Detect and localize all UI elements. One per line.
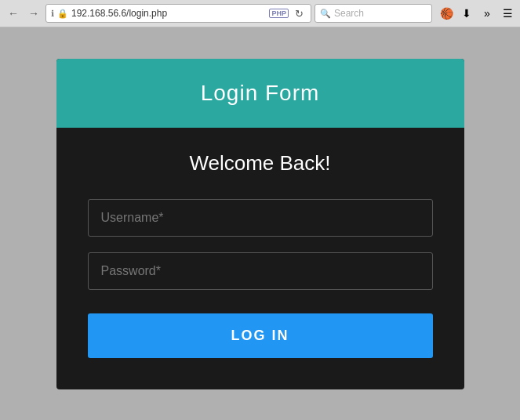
refresh-button[interactable]: ↻ — [292, 6, 306, 20]
username-group — [88, 199, 433, 237]
welcome-text: Welcome Back! — [88, 151, 433, 176]
password-input[interactable] — [88, 252, 433, 290]
address-bar[interactable]: ℹ 🔒 192.168.56.6/login.php PHP ↻ — [45, 4, 311, 23]
info-icon: ℹ — [51, 9, 54, 19]
search-bar[interactable]: 🔍 Search — [315, 4, 432, 23]
basketball-icon[interactable]: 🏀 — [438, 5, 454, 21]
browser-icons: 🏀 ⬇ » ☰ — [438, 5, 515, 21]
login-card: Login Form Welcome Back! LOG IN — [56, 59, 464, 389]
download-icon[interactable]: ⬇ — [459, 5, 475, 21]
address-text: 192.168.56.6/login.php — [71, 8, 266, 19]
login-header: Login Form — [56, 59, 464, 128]
login-body: Welcome Back! LOG IN — [56, 128, 464, 389]
username-input[interactable] — [88, 199, 433, 237]
back-button[interactable]: ← — [5, 5, 22, 22]
page-content: Login Form Welcome Back! LOG IN — [0, 27, 520, 420]
menu-icon[interactable]: ☰ — [500, 5, 515, 21]
login-form-title: Login Form — [72, 81, 449, 106]
password-group — [88, 252, 433, 290]
browser-toolbar: ← → ℹ 🔒 192.168.56.6/login.php PHP ↻ 🔍 S… — [0, 0, 520, 27]
more-icon[interactable]: » — [479, 5, 495, 21]
login-button[interactable]: LOG IN — [88, 313, 433, 358]
lock-icon: 🔒 — [57, 9, 68, 19]
php-badge: PHP — [269, 9, 289, 18]
browser-chrome: ← → ℹ 🔒 192.168.56.6/login.php PHP ↻ 🔍 S… — [0, 0, 520, 27]
search-icon: 🔍 — [320, 9, 331, 19]
search-placeholder: Search — [334, 8, 364, 19]
forward-button[interactable]: → — [25, 5, 42, 22]
